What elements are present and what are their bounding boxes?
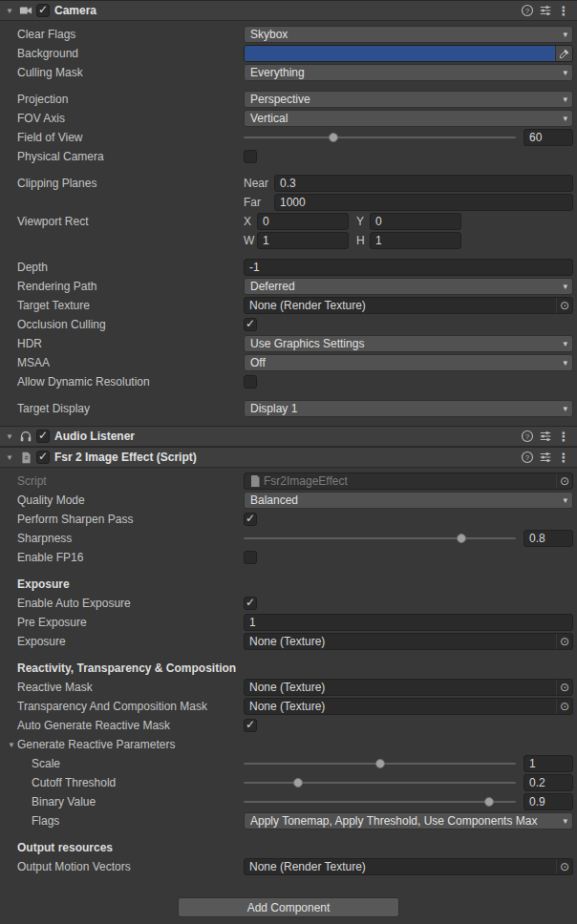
transparency-mask-field[interactable]: None (Texture) ⊙ — [244, 698, 573, 715]
enable-auto-exposure-label: Enable Auto Exposure — [0, 597, 244, 610]
foldout-arrow-icon[interactable]: ▼ — [4, 7, 15, 15]
fov-axis-dropdown[interactable]: Vertical ▾ — [244, 110, 573, 127]
sharpness-value[interactable]: 0.8 — [524, 530, 573, 547]
cutoff-threshold-value[interactable]: 0.2 — [524, 774, 573, 791]
cutoff-threshold-slider[interactable] — [244, 774, 516, 791]
viewport-x-field[interactable]: 0 — [257, 213, 349, 230]
audio-listener-enabled-checkbox[interactable] — [36, 430, 50, 443]
rendering-path-dropdown[interactable]: Deferred ▾ — [244, 278, 573, 295]
row-reactive-mask: Reactive Mask None (Texture) ⊙ — [0, 678, 577, 697]
object-picker-icon[interactable]: ⊙ — [556, 634, 572, 649]
rendering-path-label: Rendering Path — [0, 280, 244, 293]
output-motion-vectors-label: Output Motion Vectors — [0, 860, 244, 873]
clipping-far-field[interactable]: 1000 — [274, 194, 573, 211]
slider-handle[interactable] — [293, 778, 303, 788]
field-of-view-slider[interactable] — [244, 129, 516, 146]
exposure-label: Exposure — [0, 635, 244, 648]
physical-camera-checkbox[interactable] — [244, 150, 257, 163]
fov-axis-label: FOV Axis — [0, 112, 244, 125]
slider-handle[interactable] — [457, 534, 466, 543]
foldout-arrow-icon[interactable]: ▼ — [4, 432, 15, 441]
object-picker-icon[interactable]: ⊙ — [556, 699, 572, 714]
target-texture-field[interactable]: None (Render Texture) ⊙ — [244, 297, 573, 314]
quality-mode-dropdown[interactable]: Balanced ▾ — [244, 492, 573, 509]
output-motion-vectors-field[interactable]: None (Render Texture) ⊙ — [244, 858, 573, 875]
slider-track — [244, 801, 516, 803]
msaa-dropdown[interactable]: Off ▾ — [244, 354, 573, 371]
binary-value-value[interactable]: 0.9 — [524, 793, 573, 810]
slider-handle[interactable] — [484, 797, 494, 807]
viewport-y-field[interactable]: 0 — [370, 213, 461, 230]
sharpness-slider[interactable] — [244, 530, 516, 547]
generate-reactive-parameters-foldout[interactable]: ▼ Generate Reactive Parameters — [0, 738, 244, 751]
camera-title: Camera — [54, 4, 96, 17]
chevron-down-icon: ▾ — [563, 282, 567, 291]
foldout-arrow-icon[interactable]: ▼ — [4, 453, 15, 462]
occlusion-culling-checkbox[interactable] — [244, 318, 257, 331]
row-viewport-wh: W 1 H 1 — [0, 231, 577, 250]
target-display-dropdown[interactable]: Display 1 ▾ — [244, 400, 573, 417]
object-picker-icon[interactable]: ⊙ — [556, 680, 572, 695]
exposure-field[interactable]: None (Texture) ⊙ — [244, 633, 573, 650]
fsr2-enabled-checkbox[interactable] — [36, 451, 50, 464]
depth-field[interactable]: -1 — [244, 259, 573, 276]
color-swatch[interactable] — [245, 46, 555, 61]
headphones-icon — [18, 429, 33, 444]
foldout-arrow-icon[interactable]: ▼ — [6, 741, 17, 749]
allow-dynamic-resolution-checkbox[interactable] — [244, 375, 257, 388]
presets-icon[interactable] — [538, 3, 553, 18]
row-enable-auto-exposure: Enable Auto Exposure — [0, 594, 577, 613]
hdr-dropdown[interactable]: Use Graphics Settings ▾ — [244, 335, 573, 352]
object-picker-icon[interactable]: ⊙ — [556, 859, 572, 874]
help-icon[interactable]: ? — [520, 450, 535, 465]
binary-value-slider[interactable] — [244, 793, 516, 810]
viewport-h-field[interactable]: 1 — [370, 232, 461, 249]
scale-slider[interactable] — [244, 755, 516, 772]
perform-sharpen-pass-checkbox[interactable] — [244, 513, 257, 526]
group-spacer — [0, 391, 577, 399]
clipping-near-field[interactable]: 0.3 — [274, 175, 573, 192]
generate-reactive-parameters-label: Generate Reactive Parameters — [17, 738, 175, 751]
auto-generate-reactive-mask-checkbox[interactable] — [244, 719, 257, 732]
object-picker-icon[interactable]: ⊙ — [556, 298, 572, 313]
enable-auto-exposure-checkbox[interactable] — [244, 597, 257, 610]
help-icon[interactable]: ? — [520, 3, 535, 18]
more-menu-icon[interactable]: ⋮ — [556, 429, 571, 444]
chevron-down-icon: ▾ — [563, 495, 567, 505]
row-viewport-xy: Viewport Rect X 0 Y 0 — [0, 212, 577, 231]
slider-handle[interactable] — [375, 759, 385, 768]
viewport-w-field[interactable]: 1 — [257, 232, 349, 249]
camera-enabled-checkbox[interactable] — [36, 4, 50, 17]
eyedropper-icon[interactable] — [555, 46, 572, 61]
clear-flags-label: Clear Flags — [0, 28, 244, 41]
reactive-mask-field[interactable]: None (Texture) ⊙ — [244, 679, 573, 696]
add-component-button[interactable]: Add Component — [178, 897, 399, 917]
culling-mask-dropdown[interactable]: Everything ▾ — [244, 64, 573, 81]
dropdown-value: Use Graphics Settings — [250, 337, 559, 350]
camera-icon — [18, 3, 33, 18]
pre-exposure-field[interactable]: 1 — [244, 614, 573, 631]
group-spacer — [0, 567, 577, 575]
object-field-value: None (Render Texture) — [249, 299, 553, 312]
row-background: Background — [0, 44, 577, 63]
more-menu-icon[interactable]: ⋮ — [556, 450, 571, 465]
row-rendering-path: Rendering Path Deferred ▾ — [0, 277, 577, 296]
quality-mode-label: Quality Mode — [0, 494, 244, 507]
transparency-mask-label: Transparency And Composition Mask — [0, 700, 244, 713]
background-color-field[interactable] — [244, 45, 573, 62]
help-icon[interactable]: ? — [520, 429, 535, 444]
presets-icon[interactable] — [538, 450, 553, 465]
field-of-view-value[interactable]: 60 — [524, 129, 573, 146]
object-picker-icon[interactable]: ⊙ — [556, 473, 572, 489]
presets-icon[interactable] — [538, 429, 553, 444]
clear-flags-dropdown[interactable]: Skybox ▾ — [244, 26, 573, 43]
flags-dropdown[interactable]: Apply Tonemap, Apply Threshold, Use Comp… — [244, 812, 573, 830]
enable-fp16-checkbox[interactable] — [244, 551, 257, 564]
far-label: Far — [244, 196, 274, 209]
scale-value[interactable]: 1 — [524, 755, 573, 772]
projection-dropdown[interactable]: Perspective ▾ — [244, 91, 573, 108]
hdr-label: HDR — [0, 337, 244, 350]
row-generate-reactive-parameters[interactable]: ▼ Generate Reactive Parameters — [0, 735, 577, 754]
slider-handle[interactable] — [329, 133, 338, 142]
more-menu-icon[interactable]: ⋮ — [556, 3, 571, 18]
